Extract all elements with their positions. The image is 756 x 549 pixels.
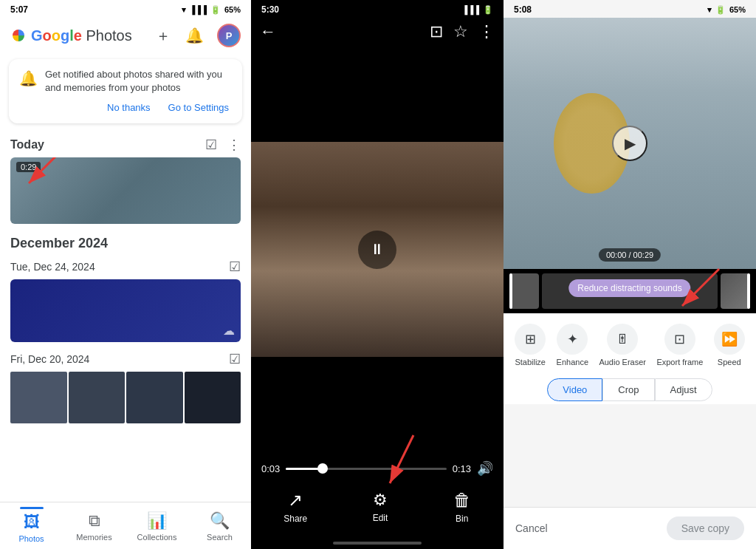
edit-button[interactable]: ⚙ Edit (373, 491, 388, 523)
timeline-strip[interactable]: Reduce distracting sounds (504, 269, 756, 313)
bottom-actions-2: ↗ Share ⚙ Edit 🗑 Bin (251, 481, 504, 539)
bell-icon: 🔔 (19, 69, 38, 115)
status-icons-1: ▾ ▐▐▐ 🔋 65% (182, 5, 241, 15)
enhance-tool[interactable]: ✦ Enhance (557, 324, 588, 366)
photo-grid-item-3[interactable] (126, 372, 183, 423)
signal-icon: ▐▐▐ (190, 5, 207, 14)
video-duration-badge: 0:29 (16, 162, 41, 172)
fri-date: Fri, Dec 20, 2024 (10, 353, 89, 365)
current-time: 0:03 (261, 463, 280, 474)
nav-collections[interactable]: 📊 Collections (126, 508, 188, 546)
more-icon[interactable]: ⋮ (227, 137, 241, 153)
export-frame-tool[interactable]: ⊡ Export frame (656, 324, 703, 366)
nav-photos[interactable]: 🖼 Photos (0, 508, 63, 546)
battery-icon-3: 🔋 (715, 5, 726, 15)
battery-icon-2: 🔋 (483, 5, 493, 15)
star-button[interactable]: ☆ (453, 22, 468, 41)
stabilize-label: Stabilize (515, 358, 546, 366)
notification-card: 🔔 Get notified about photos shared with … (9, 59, 242, 123)
tab-crop[interactable]: Crop (602, 378, 654, 401)
signal-icon-2: ▐▐▐ (462, 5, 479, 14)
no-thanks-button[interactable]: No thanks (104, 100, 154, 115)
volume-icon[interactable]: 🔊 (477, 460, 493, 477)
header-icons-1: ＋ 🔔 P (154, 24, 241, 47)
photo-grid-item-4[interactable] (185, 372, 241, 423)
more-button[interactable]: ⋮ (478, 22, 495, 41)
video-main-area[interactable]: ⏸ (251, 142, 504, 357)
video-preview[interactable]: ▶ 00:00 / 00:29 (504, 18, 756, 269)
timeline-bar: 0:03 0:13 🔊 (251, 453, 504, 481)
audio-eraser-tool[interactable]: 🎚 Audio Eraser (599, 324, 646, 366)
today-section-header: Today ☑ ⋮ (0, 129, 251, 157)
nav-search[interactable]: 🔍 Search (188, 508, 251, 546)
google-pinwheel-icon (10, 27, 27, 44)
edit-label: Edit (373, 513, 388, 523)
dec20-photo-row (10, 372, 241, 423)
cancel-button[interactable]: Cancel (515, 522, 548, 534)
notification-text: Get notified about photos shared with yo… (45, 68, 232, 95)
today-section-icons: ☑ ⋮ (205, 137, 241, 153)
time-2: 5:30 (261, 4, 279, 15)
battery-pct-3: 65% (729, 5, 746, 14)
stabilize-tool[interactable]: ⊞ Stabilize (515, 324, 546, 366)
today-photo-thumb[interactable]: 0:29 (10, 157, 241, 224)
tab-row: Video Crop Adjust (504, 372, 756, 404)
photos-nav-label: Photos (18, 534, 44, 543)
tab-video[interactable]: Video (547, 378, 602, 401)
cloud-icon: ☁ (223, 324, 235, 338)
timeline-row: 0:03 0:13 🔊 (261, 460, 493, 477)
photos-nav-icon: 🖼 (24, 513, 40, 532)
speed-label: Speed (718, 358, 741, 366)
phone3-screen: 5:08 ▾ 🔋 65% ▶ 00:00 / 00:29 (504, 0, 756, 549)
share-label: Share (284, 514, 307, 524)
export-frame-label: Export frame (656, 358, 703, 366)
play-pause-button[interactable]: ⏸ (358, 231, 396, 269)
strip-border-left (509, 273, 512, 309)
stabilize-icon: ⊞ (515, 324, 546, 355)
checkmark-icon[interactable]: ☑ (205, 137, 217, 153)
add-button[interactable]: ＋ (154, 24, 172, 47)
bottom-nav-1: 🖼 Photos ⧉ Memories 📊 Collections 🔍 Sear… (0, 502, 251, 549)
home-bar-2 (333, 542, 422, 545)
tue-date: Tue, Dec 24, 2024 (10, 261, 95, 273)
cast-button[interactable]: ⊡ (430, 22, 443, 41)
tab-adjust[interactable]: Adjust (655, 378, 712, 401)
p3-bottom-actions: Cancel Save copy (504, 507, 756, 549)
video-top-area (251, 46, 504, 142)
status-icons-3: ▾ 🔋 65% (707, 5, 746, 15)
checkmark-icon-2[interactable]: ☑ (229, 259, 241, 275)
avatar[interactable]: P (217, 24, 241, 47)
share-button[interactable]: ↗ Share (284, 490, 307, 524)
home-indicator-2 (251, 539, 504, 549)
video-slider[interactable] (286, 468, 446, 470)
battery-icon: 🔋 (210, 5, 221, 15)
bin-button[interactable]: 🗑 Bin (453, 490, 471, 524)
enhance-icon: ✦ (557, 324, 588, 355)
go-to-settings-button[interactable]: Go to Settings (165, 100, 232, 115)
slider-thumb[interactable] (317, 463, 328, 474)
photo-grid-item-2[interactable] (69, 372, 126, 423)
p2-header: ← ⊡ ☆ ⋮ (251, 18, 504, 46)
nav-memories[interactable]: ⧉ Memories (63, 508, 126, 546)
strip-border-right (747, 273, 750, 309)
memories-nav-label: Memories (76, 533, 111, 542)
today-title: Today (10, 138, 44, 151)
wifi-icon: ▾ (182, 5, 186, 15)
time-1: 5:07 (10, 4, 28, 15)
save-copy-button[interactable]: Save copy (667, 516, 744, 540)
checkmark-icon-3[interactable]: ☑ (229, 351, 241, 367)
play-button-3[interactable]: ▶ (612, 126, 647, 161)
dec24-photo[interactable]: ☁ (10, 279, 241, 342)
video-time-overlay: 00:00 / 00:29 (599, 248, 661, 262)
total-time: 0:13 (453, 463, 471, 474)
bin-icon: 🗑 (453, 490, 471, 511)
battery-pct-1: 65% (224, 5, 241, 14)
tue-section-header: Tue, Dec 24, 2024 ☑ (0, 256, 251, 279)
p2-header-right-icons: ⊡ ☆ ⋮ (430, 22, 495, 41)
notifications-button[interactable]: 🔔 (184, 25, 205, 46)
share-icon: ↗ (288, 490, 303, 511)
back-button[interactable]: ← (260, 22, 276, 41)
photo-grid-item-1[interactable] (10, 372, 67, 423)
speed-tool[interactable]: ⏩ Speed (714, 324, 745, 366)
memories-nav-icon: ⧉ (89, 511, 100, 531)
